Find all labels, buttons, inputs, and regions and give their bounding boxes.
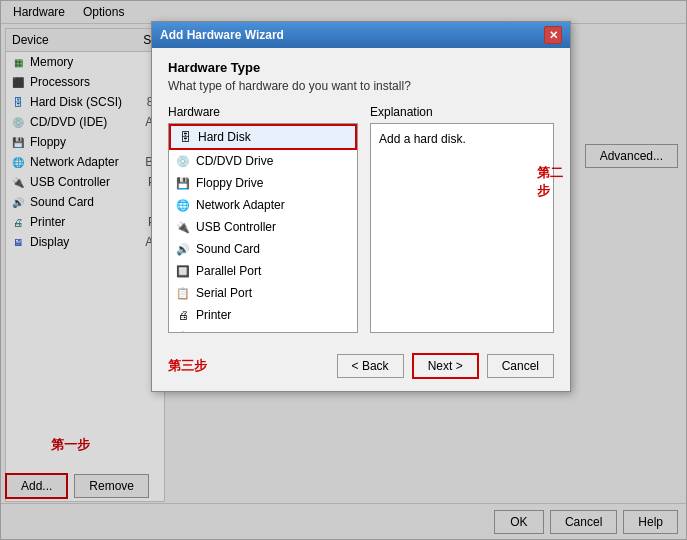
hw-list-item[interactable]: 🔌 USB Controller bbox=[169, 216, 357, 238]
dialog-subtitle: What type of hardware do you want to ins… bbox=[168, 79, 554, 93]
hw-item-name: Generic SCSI Device bbox=[196, 330, 309, 333]
hw-list-item[interactable]: 💾 Floppy Drive bbox=[169, 172, 357, 194]
hardware-list[interactable]: 🗄 Hard Disk 💿 CD/DVD Drive 💾 Floppy Driv… bbox=[168, 123, 358, 333]
hw-item-name: Floppy Drive bbox=[196, 176, 263, 190]
hw-list-item[interactable]: 🖨 Printer bbox=[169, 304, 357, 326]
hw-list-item[interactable]: 🌐 Network Adapter bbox=[169, 194, 357, 216]
next-button[interactable]: Next > bbox=[412, 353, 479, 379]
hw-item-icon: 🖨 bbox=[175, 307, 191, 323]
hw-item-name: Network Adapter bbox=[196, 198, 285, 212]
hardware-list-container: Hardware 🗄 Hard Disk 💿 CD/DVD Drive 💾 Fl… bbox=[168, 105, 358, 333]
back-button[interactable]: < Back bbox=[337, 354, 404, 378]
dialog-titlebar: Add Hardware Wizard ✕ bbox=[152, 22, 570, 48]
add-hardware-dialog: Add Hardware Wizard ✕ Hardware Type What… bbox=[151, 21, 571, 392]
hw-list-item[interactable]: 🔲 Parallel Port bbox=[169, 260, 357, 282]
hw-item-name: Printer bbox=[196, 308, 231, 322]
dialog-body: Hardware Type What type of hardware do y… bbox=[152, 48, 570, 345]
hw-item-icon: 💾 bbox=[175, 175, 191, 191]
hw-item-icon: 💿 bbox=[175, 153, 191, 169]
explanation-box: Add a hard disk. bbox=[370, 123, 554, 333]
hw-item-name: CD/DVD Drive bbox=[196, 154, 273, 168]
dialog-title: Add Hardware Wizard bbox=[160, 28, 284, 42]
hw-list-item[interactable]: 💠 Generic SCSI Device bbox=[169, 326, 357, 333]
hw-item-name: USB Controller bbox=[196, 220, 276, 234]
hw-item-icon: 🔲 bbox=[175, 263, 191, 279]
hw-item-name: Hard Disk bbox=[198, 130, 251, 144]
hardware-list-label: Hardware bbox=[168, 105, 358, 119]
main-window: Hardware Options Device Su ▦ Memory 1 ⬛ … bbox=[0, 0, 687, 540]
hw-item-name: Sound Card bbox=[196, 242, 260, 256]
dialog-columns: Hardware 🗄 Hard Disk 💿 CD/DVD Drive 💾 Fl… bbox=[168, 105, 554, 333]
step3-label: 第三步 bbox=[168, 357, 207, 375]
hw-list-item[interactable]: 💿 CD/DVD Drive bbox=[169, 150, 357, 172]
hw-item-icon: 📋 bbox=[175, 285, 191, 301]
hw-item-name: Parallel Port bbox=[196, 264, 261, 278]
hw-list-item[interactable]: 🗄 Hard Disk bbox=[169, 124, 357, 150]
hw-item-icon: 🔌 bbox=[175, 219, 191, 235]
explanation-text: Add a hard disk. bbox=[379, 132, 466, 146]
explanation-label: Explanation bbox=[370, 105, 554, 119]
hw-list-item[interactable]: 📋 Serial Port bbox=[169, 282, 357, 304]
hw-item-icon: 💠 bbox=[175, 329, 191, 333]
hw-item-icon: 🔊 bbox=[175, 241, 191, 257]
hw-item-name: Serial Port bbox=[196, 286, 252, 300]
dialog-close-button[interactable]: ✕ bbox=[544, 26, 562, 44]
hw-item-icon: 🌐 bbox=[175, 197, 191, 213]
dialog-cancel-button[interactable]: Cancel bbox=[487, 354, 554, 378]
hw-list-item[interactable]: 🔊 Sound Card bbox=[169, 238, 357, 260]
dialog-section-title: Hardware Type bbox=[168, 60, 554, 75]
hw-item-icon: 🗄 bbox=[177, 129, 193, 145]
dialog-footer: 第三步 < Back Next > Cancel bbox=[152, 345, 570, 391]
explanation-panel: Explanation Add a hard disk. bbox=[370, 105, 554, 333]
